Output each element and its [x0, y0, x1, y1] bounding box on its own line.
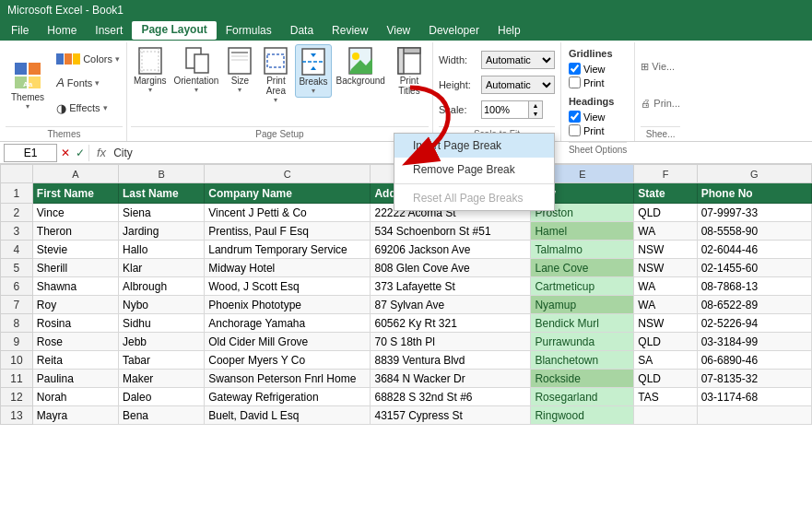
- cell-r12-c1[interactable]: Daleo: [119, 388, 205, 406]
- row-header-4[interactable]: 4: [1, 241, 33, 259]
- fonts-option[interactable]: A Fonts ▾: [53, 75, 123, 90]
- cell-r10-c4[interactable]: Blanchetown: [531, 351, 634, 370]
- row-header-3[interactable]: 3: [1, 222, 33, 241]
- gridlines-view-btn[interactable]: ⊞ Vie...: [641, 61, 680, 73]
- cell-r7-c3[interactable]: 87 Sylvan Ave: [371, 296, 531, 314]
- header-cell-5[interactable]: State: [634, 183, 697, 204]
- cell-r12-c5[interactable]: TAS: [634, 388, 697, 406]
- menu-item-help[interactable]: Help: [488, 22, 530, 39]
- cell-r10-c2[interactable]: Cooper Myers Y Co: [205, 351, 371, 370]
- print-btn[interactable]: 🖨 Prin...: [641, 98, 680, 109]
- row-header-7[interactable]: 7: [1, 296, 33, 314]
- cell-r12-c3[interactable]: 68828 S 32nd St #6: [371, 388, 531, 406]
- cell-r5-c5[interactable]: NSW: [634, 259, 697, 277]
- cell-r9-c2[interactable]: Old Cider Mill Grove: [205, 333, 371, 351]
- row-header-11[interactable]: 11: [1, 370, 33, 388]
- cell-r2-c6[interactable]: 07-9997-33: [697, 204, 811, 222]
- cell-r8-c5[interactable]: NSW: [634, 314, 697, 333]
- row-header-9[interactable]: 9: [1, 333, 33, 351]
- cell-r2-c2[interactable]: Vincent J Petti & Co: [205, 204, 371, 222]
- cell-r11-c4[interactable]: Rockside: [531, 370, 634, 388]
- menu-item-developer[interactable]: Developer: [419, 22, 488, 39]
- headings-print-checkbox[interactable]: [569, 124, 581, 136]
- cell-r6-c5[interactable]: WA: [634, 277, 697, 296]
- cell-r3-c3[interactable]: 534 Schoenborn St #51: [371, 222, 531, 241]
- cell-r4-c0[interactable]: Stevie: [32, 241, 118, 259]
- menu-item-page-layout[interactable]: Page Layout: [132, 21, 216, 40]
- confirm-formula-button[interactable]: ✓: [76, 147, 85, 159]
- row-header-5[interactable]: 5: [1, 259, 33, 277]
- height-select[interactable]: Automatic: [481, 76, 555, 94]
- cell-r10-c3[interactable]: 8839 Ventura Blvd: [371, 351, 531, 370]
- cell-r11-c0[interactable]: Paulina: [32, 370, 118, 388]
- header-cell-0[interactable]: First Name: [32, 183, 118, 204]
- row-header-10[interactable]: 10: [1, 351, 33, 370]
- cell-r4-c1[interactable]: Hallo: [119, 241, 205, 259]
- menu-item-home[interactable]: Home: [38, 22, 86, 39]
- cell-r8-c4[interactable]: Bendick Murl: [531, 314, 634, 333]
- col-g[interactable]: G: [697, 165, 811, 183]
- cell-r7-c6[interactable]: 08-6522-89: [697, 296, 811, 314]
- cell-r3-c0[interactable]: Theron: [32, 222, 118, 241]
- cell-r5-c4[interactable]: Lane Cove: [531, 259, 634, 277]
- cell-r6-c3[interactable]: 373 Lafayette St: [371, 277, 531, 296]
- cell-r9-c4[interactable]: Purrawunda: [531, 333, 634, 351]
- menu-item-insert[interactable]: Insert: [86, 22, 132, 39]
- cell-r5-c6[interactable]: 02-1455-60: [697, 259, 811, 277]
- cell-r5-c3[interactable]: 808 Glen Cove Ave: [371, 259, 531, 277]
- breaks-button[interactable]: Breaks ▾: [295, 44, 331, 98]
- effects-option[interactable]: ◑ Effects ▾: [53, 100, 123, 116]
- col-a[interactable]: A: [32, 165, 118, 183]
- cell-r3-c6[interactable]: 08-5558-90: [697, 222, 811, 241]
- scale-input[interactable]: [482, 101, 528, 118]
- cell-r4-c5[interactable]: NSW: [634, 241, 697, 259]
- cell-r11-c3[interactable]: 3684 N Wacker Dr: [371, 370, 531, 388]
- cell-r8-c0[interactable]: Rosina: [32, 314, 118, 333]
- col-b[interactable]: B: [119, 165, 205, 183]
- cell-r4-c4[interactable]: Talmalmo: [531, 241, 634, 259]
- cell-reference[interactable]: E1: [4, 144, 57, 162]
- cell-r9-c3[interactable]: 70 S 18th Pl: [371, 333, 531, 351]
- cell-r11-c1[interactable]: Maker: [119, 370, 205, 388]
- cell-r7-c2[interactable]: Phoenix Phototype: [205, 296, 371, 314]
- cell-r6-c0[interactable]: Shawna: [32, 277, 118, 296]
- gridlines-view-checkbox[interactable]: [569, 63, 581, 75]
- cell-r9-c1[interactable]: Jebb: [119, 333, 205, 351]
- cell-r13-c2[interactable]: Buelt, David L Esq: [205, 406, 371, 425]
- cell-r9-c0[interactable]: Rose: [32, 333, 118, 351]
- cell-r8-c2[interactable]: Anchorage Yamaha: [205, 314, 371, 333]
- orientation-button[interactable]: Orientation ▾: [171, 44, 222, 96]
- cell-r11-c5[interactable]: QLD: [634, 370, 697, 388]
- margins-button[interactable]: Margins ▾: [131, 44, 170, 96]
- cell-r7-c0[interactable]: Roy: [32, 296, 118, 314]
- cell-r7-c5[interactable]: WA: [634, 296, 697, 314]
- row-header-1[interactable]: 1: [1, 183, 33, 204]
- header-cell-1[interactable]: Last Name: [119, 183, 205, 204]
- cell-r8-c6[interactable]: 02-5226-94: [697, 314, 811, 333]
- menu-item-data[interactable]: Data: [281, 22, 323, 39]
- cell-r7-c1[interactable]: Nybo: [119, 296, 205, 314]
- cell-r13-c4[interactable]: Ringwood: [531, 406, 634, 425]
- cell-r9-c5[interactable]: QLD: [634, 333, 697, 351]
- menu-item-view[interactable]: View: [377, 22, 419, 39]
- scale-up[interactable]: ▲: [529, 101, 542, 110]
- cell-r3-c2[interactable]: Prentiss, Paul F Esq: [205, 222, 371, 241]
- themes-button[interactable]: Aa Themes ▾: [6, 44, 50, 124]
- cell-r10-c1[interactable]: Tabar: [119, 351, 205, 370]
- cell-r12-c4[interactable]: Rosegarland: [531, 388, 634, 406]
- cell-r10-c6[interactable]: 06-6890-46: [697, 351, 811, 370]
- cell-r2-c5[interactable]: QLD: [634, 204, 697, 222]
- cell-r11-c2[interactable]: Swanson Peterson Fnrl Home: [205, 370, 371, 388]
- cell-r13-c6[interactable]: [697, 406, 811, 425]
- cancel-formula-button[interactable]: ✕: [61, 147, 70, 159]
- menu-item-file[interactable]: File: [2, 22, 38, 39]
- background-button[interactable]: Background: [334, 44, 388, 88]
- cell-r10-c0[interactable]: Reita: [32, 351, 118, 370]
- cell-r5-c1[interactable]: Klar: [119, 259, 205, 277]
- headings-view-checkbox[interactable]: [569, 111, 581, 123]
- row-header-13[interactable]: 13: [1, 406, 33, 425]
- cell-r5-c2[interactable]: Midway Hotel: [205, 259, 371, 277]
- cell-r13-c3[interactable]: 43157 Cypress St: [371, 406, 531, 425]
- cell-r12-c0[interactable]: Norah: [32, 388, 118, 406]
- header-cell-6[interactable]: Phone No: [697, 183, 811, 204]
